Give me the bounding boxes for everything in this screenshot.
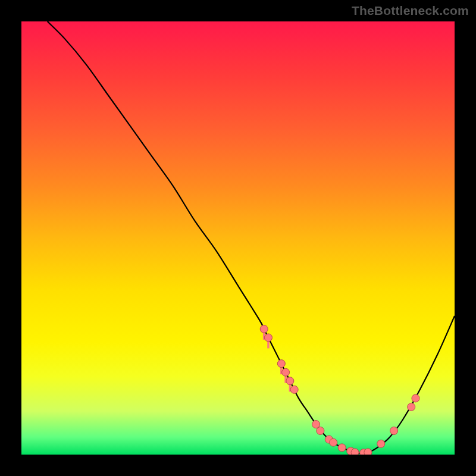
watermark-text: TheBottleneck.com [352,4,469,18]
chart-container: TheBottleneck.com [0,0,476,476]
plot-gradient-area [21,21,455,455]
